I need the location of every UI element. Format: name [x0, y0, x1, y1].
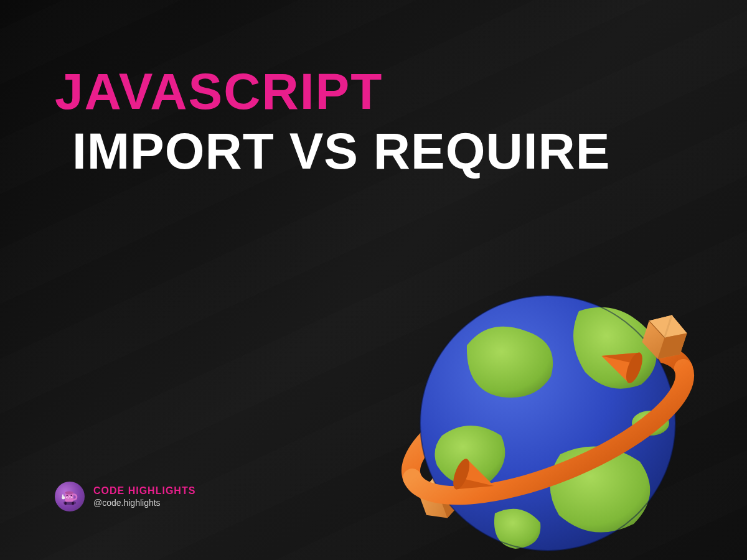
mug-mascot-icon: </>: [55, 482, 85, 511]
svg-point-24: [67, 495, 68, 496]
attribution-name: CODE HIGHLIGHTS: [93, 485, 195, 497]
title-block: JAVASCRIPT IMPORT VS REQUIRE: [55, 66, 610, 177]
attribution-text: CODE HIGHLIGHTS @code.highlights: [93, 485, 195, 508]
globe-packages-icon: [374, 236, 722, 560]
title-line-2: IMPORT VS REQUIRE: [72, 126, 610, 177]
title-line-1: JAVASCRIPT: [55, 66, 610, 117]
svg-point-22: [65, 492, 73, 495]
attribution: </> CODE HIGHLIGHTS @code.highlights: [55, 482, 195, 511]
svg-rect-26: [65, 502, 67, 505]
svg-rect-27: [72, 502, 73, 505]
attribution-handle: @code.highlights: [93, 498, 195, 508]
svg-point-25: [71, 495, 72, 496]
